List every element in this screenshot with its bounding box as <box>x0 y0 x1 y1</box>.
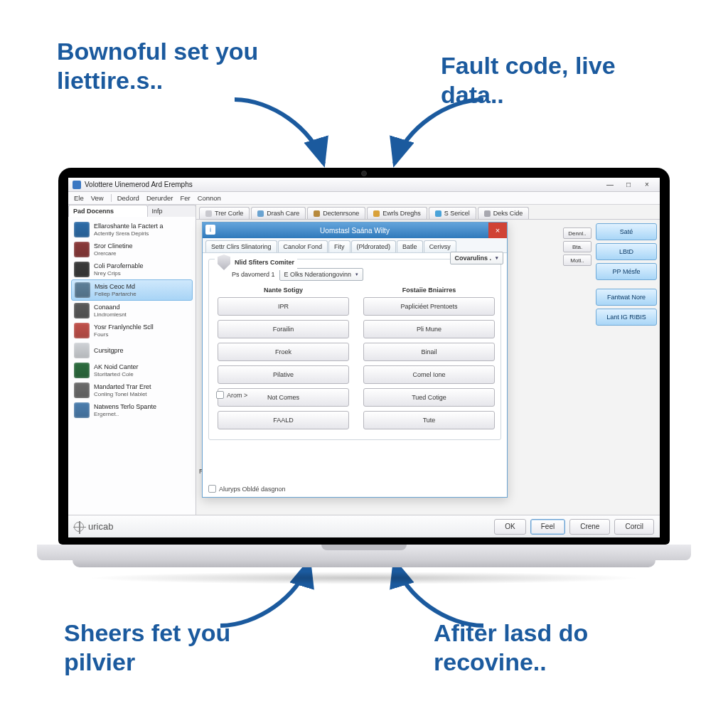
option-button[interactable]: Froek <box>218 343 349 361</box>
dialog-tab[interactable]: Cerivsy <box>424 240 456 252</box>
tab-icon <box>314 210 320 217</box>
dialog-tab[interactable]: (Pldrorated) <box>351 240 397 252</box>
sidebar-item[interactable]: Ellaroshante la Factert aActently Srera … <box>71 220 193 240</box>
callout-top-left: Bownoful set you liettire.s.. <box>57 37 299 95</box>
sidebar-item[interactable]: Mandarted Trar EretConling Tonel Mablet <box>71 380 193 400</box>
main-tab-strip: Trer CorleDrash CareDectenrsoneEwrls Dre… <box>196 205 660 220</box>
sidebar-item-label: Yosr Franlynchle Scll <box>94 323 154 331</box>
right-combo[interactable]: Covarulins . ▾ <box>450 252 504 264</box>
sidebar-item[interactable]: Yosr Franlynchle ScllFours <box>71 321 193 341</box>
option-button[interactable]: Pli Mune <box>363 320 495 338</box>
footer-button[interactable]: Crene <box>569 519 610 535</box>
close-button[interactable]: × <box>638 180 655 190</box>
sidebar-item-icon <box>74 323 90 338</box>
main-panel: Trer CorleDrash CareDectenrsoneEwrls Dre… <box>196 205 660 515</box>
column-header-left: Nante Sotigy <box>218 287 349 294</box>
option-button[interactable]: Forailin <box>218 320 349 338</box>
main-tab[interactable]: Deks Cide <box>478 207 530 219</box>
dialog-tab[interactable]: Canolor Fond <box>278 240 328 252</box>
option-button[interactable]: FAALD <box>218 411 349 429</box>
checkbox-label: Arom > <box>227 392 247 399</box>
option-button[interactable]: Tute <box>363 411 495 429</box>
aux-button[interactable]: Dennl.. <box>563 228 592 239</box>
option-button[interactable]: Tued Cotige <box>363 388 495 407</box>
checkbox[interactable] <box>216 391 224 399</box>
sidebar-item-sublabel: Ergernet.. <box>94 411 156 417</box>
modal-dialog: i Uomstasl Saána Wilty × Settr Clirs Sli… <box>202 222 508 498</box>
footer-button[interactable]: OK <box>494 519 525 535</box>
window-title: Volottere Uinemerod Ard Eremphs <box>85 181 193 188</box>
sidebar-item-label: Mandarted Trar Eret <box>94 383 151 390</box>
aux-button[interactable]: Moti.. <box>563 255 592 266</box>
dialog-tab[interactable]: Fity <box>328 240 350 252</box>
sidebar-item[interactable]: Msis Ceoc MdFeliep Partarche <box>71 279 193 301</box>
dialog-title: Uomstasl Saána Wilty <box>320 227 390 235</box>
main-tab[interactable]: Ewrls Dreghs <box>367 207 427 219</box>
sidebar-item-label: Natwens Terlo Spante <box>94 403 156 410</box>
laptop: Volottere Uinemerod Ard Eremphs — □ × El… <box>58 168 670 584</box>
dialog-tab[interactable]: Settr Clirs Slinatoring <box>205 240 277 252</box>
sidebar-item[interactable]: Coli ParofernableNrey Crips <box>71 259 193 279</box>
side-action-button[interactable]: Lant IG RIBIS <box>596 309 657 326</box>
maximize-button[interactable]: □ <box>620 180 637 190</box>
side-action-button[interactable]: LBtD <box>596 243 657 260</box>
tab-icon <box>257 210 264 217</box>
dialog-select-value: E Olks Nderationgovinn <box>284 271 352 278</box>
dialog-titlebar: i Uomstasl Saána Wilty × <box>203 223 507 238</box>
brand-logo-area: uricab <box>74 521 113 532</box>
right-button-group-top: SatéLBtDPP Mésfe <box>596 223 657 280</box>
sidebar-item[interactable]: AK Noid CanterStoritarted Cole <box>71 360 193 380</box>
side-action-button[interactable]: Fantwat Nore <box>596 289 657 306</box>
brand-name: uricab <box>88 521 113 532</box>
checkbox[interactable] <box>208 485 216 493</box>
main-tab[interactable]: Trer Corle <box>199 207 250 219</box>
dialog-tab[interactable]: Batle <box>397 240 423 252</box>
aux-button[interactable]: Bta. <box>563 241 592 252</box>
tab-label: Trer Corle <box>215 210 243 217</box>
menu-item[interactable]: Connon <box>198 194 221 202</box>
sidebar-item[interactable]: Sror ClinetineOrercare <box>71 240 193 259</box>
dialog-top-label: Ps davomerd 1 <box>232 271 275 278</box>
menu-item[interactable]: Ele <box>74 194 84 202</box>
menu-item[interactable]: Vew <box>91 194 104 202</box>
right-button-group-low: Fantwat NoreLant IG RIBIS <box>596 289 657 326</box>
main-tab[interactable]: Dectenrsone <box>307 207 365 219</box>
main-tab[interactable]: Drash Care <box>251 207 306 219</box>
tab-label: S Sericel <box>444 210 470 217</box>
aux-button-group: Dennl..Bta.Moti.. <box>563 228 592 266</box>
option-button[interactable]: Pilative <box>218 365 349 384</box>
sidebar-item-label: Ellaroshante la Factert a <box>94 223 164 230</box>
sidebar-item-icon <box>74 363 90 378</box>
shield-icon <box>218 255 230 270</box>
sidebar-tab[interactable]: Infp <box>147 205 197 217</box>
laptop-foot <box>73 560 655 567</box>
option-button[interactable]: Binail <box>363 343 495 361</box>
footer-button[interactable]: Feel <box>530 519 565 535</box>
sidebar-item-icon <box>75 282 90 298</box>
minimize-button[interactable]: — <box>601 180 619 190</box>
option-button[interactable]: Comel Ione <box>363 365 495 384</box>
app-icon <box>73 181 81 189</box>
sidebar-tab[interactable]: Pad Docenns <box>68 205 148 217</box>
side-action-button[interactable]: PP Mésfe <box>596 263 657 280</box>
sidebar-item-sublabel: Actently Srera Depiris <box>94 230 164 237</box>
menu-item[interactable]: Dedord <box>111 194 139 202</box>
sidebar-item-icon <box>74 242 90 257</box>
sidebar-item-icon <box>74 402 90 418</box>
footer-button[interactable]: Corcil <box>614 519 654 535</box>
option-button[interactable]: Papliciéet Prentoets <box>363 297 495 316</box>
main-tab[interactable]: S Sericel <box>429 207 476 219</box>
menu-item[interactable]: Fer <box>180 194 190 202</box>
sidebar-item[interactable]: Natwens Terlo SpanteErgernet.. <box>71 400 193 420</box>
option-button[interactable]: IPR <box>218 297 349 316</box>
tab-icon <box>205 210 212 217</box>
chevron-down-icon: ▾ <box>355 272 358 277</box>
dialog-close-button[interactable]: × <box>488 223 507 238</box>
sidebar-item-label: Coli Parofernable <box>94 262 144 269</box>
sidebar-item[interactable]: Cursitgpre <box>71 341 193 360</box>
menu-item[interactable]: Derurder <box>146 194 173 202</box>
tab-icon <box>373 210 380 217</box>
sidebar-item[interactable]: ConaandLindromlesnt <box>71 301 193 321</box>
side-action-button[interactable]: Saté <box>596 223 657 240</box>
sidebar-item-label: Msis Ceoc Md <box>95 283 136 290</box>
